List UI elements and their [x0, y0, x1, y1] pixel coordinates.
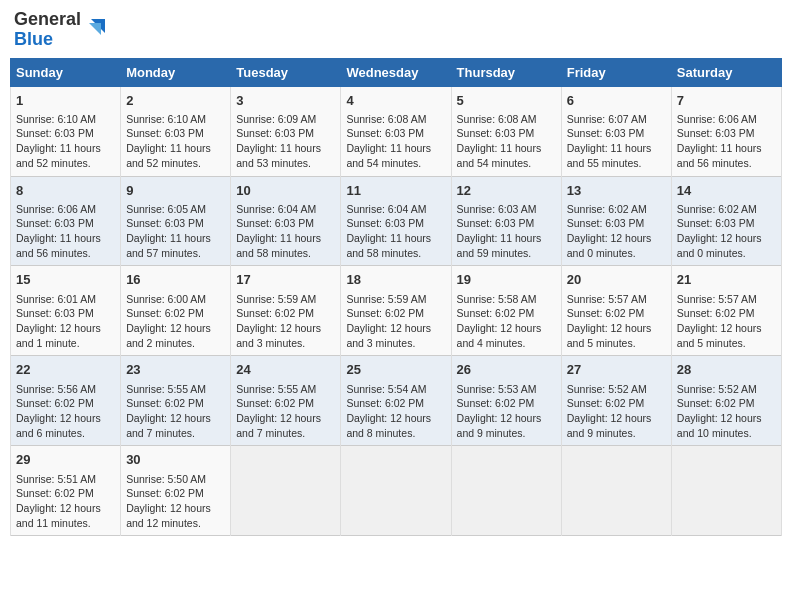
day-number: 8 [16, 182, 115, 200]
day-number: 4 [346, 92, 445, 110]
day-info: Sunrise: 6:02 AM Sunset: 6:03 PM Dayligh… [567, 202, 666, 261]
calendar-cell: 15Sunrise: 6:01 AM Sunset: 6:03 PM Dayli… [11, 266, 121, 356]
calendar-cell: 14Sunrise: 6:02 AM Sunset: 6:03 PM Dayli… [671, 176, 781, 266]
day-number: 28 [677, 361, 776, 379]
logo-general: General [14, 9, 81, 29]
day-info: Sunrise: 5:58 AM Sunset: 6:02 PM Dayligh… [457, 292, 556, 351]
day-number: 2 [126, 92, 225, 110]
calendar-cell: 27Sunrise: 5:52 AM Sunset: 6:02 PM Dayli… [561, 356, 671, 446]
calendar-cell: 16Sunrise: 6:00 AM Sunset: 6:02 PM Dayli… [121, 266, 231, 356]
calendar-cell: 21Sunrise: 5:57 AM Sunset: 6:02 PM Dayli… [671, 266, 781, 356]
calendar-cell: 10Sunrise: 6:04 AM Sunset: 6:03 PM Dayli… [231, 176, 341, 266]
day-number: 11 [346, 182, 445, 200]
day-info: Sunrise: 5:52 AM Sunset: 6:02 PM Dayligh… [567, 382, 666, 441]
day-number: 6 [567, 92, 666, 110]
calendar-cell: 8Sunrise: 6:06 AM Sunset: 6:03 PM Daylig… [11, 176, 121, 266]
calendar-cell [231, 446, 341, 536]
calendar-cell: 22Sunrise: 5:56 AM Sunset: 6:02 PM Dayli… [11, 356, 121, 446]
day-number: 23 [126, 361, 225, 379]
day-info: Sunrise: 6:07 AM Sunset: 6:03 PM Dayligh… [567, 112, 666, 171]
calendar-cell [671, 446, 781, 536]
calendar-cell [341, 446, 451, 536]
week-row-5: 29Sunrise: 5:51 AM Sunset: 6:02 PM Dayli… [11, 446, 782, 536]
calendar-cell: 23Sunrise: 5:55 AM Sunset: 6:02 PM Dayli… [121, 356, 231, 446]
day-number: 25 [346, 361, 445, 379]
day-number: 16 [126, 271, 225, 289]
svg-marker-1 [89, 23, 101, 35]
calendar-cell: 18Sunrise: 5:59 AM Sunset: 6:02 PM Dayli… [341, 266, 451, 356]
calendar-cell: 1Sunrise: 6:10 AM Sunset: 6:03 PM Daylig… [11, 86, 121, 176]
day-info: Sunrise: 5:59 AM Sunset: 6:02 PM Dayligh… [346, 292, 445, 351]
day-number: 7 [677, 92, 776, 110]
logo-blue: Blue [14, 29, 53, 49]
logo-text: General Blue [14, 10, 81, 50]
day-number: 22 [16, 361, 115, 379]
calendar-cell [561, 446, 671, 536]
column-headers: SundayMondayTuesdayWednesdayThursdayFrid… [11, 58, 782, 86]
day-number: 24 [236, 361, 335, 379]
calendar-cell: 17Sunrise: 5:59 AM Sunset: 6:02 PM Dayli… [231, 266, 341, 356]
day-info: Sunrise: 6:00 AM Sunset: 6:02 PM Dayligh… [126, 292, 225, 351]
day-info: Sunrise: 6:08 AM Sunset: 6:03 PM Dayligh… [457, 112, 556, 171]
day-info: Sunrise: 5:56 AM Sunset: 6:02 PM Dayligh… [16, 382, 115, 441]
day-info: Sunrise: 6:09 AM Sunset: 6:03 PM Dayligh… [236, 112, 335, 171]
day-number: 5 [457, 92, 556, 110]
day-info: Sunrise: 6:05 AM Sunset: 6:03 PM Dayligh… [126, 202, 225, 261]
col-header-wednesday: Wednesday [341, 58, 451, 86]
week-row-2: 8Sunrise: 6:06 AM Sunset: 6:03 PM Daylig… [11, 176, 782, 266]
day-number: 12 [457, 182, 556, 200]
day-number: 1 [16, 92, 115, 110]
col-header-friday: Friday [561, 58, 671, 86]
page-header: General Blue [10, 10, 782, 50]
calendar-cell: 7Sunrise: 6:06 AM Sunset: 6:03 PM Daylig… [671, 86, 781, 176]
col-header-saturday: Saturday [671, 58, 781, 86]
day-number: 18 [346, 271, 445, 289]
day-info: Sunrise: 5:57 AM Sunset: 6:02 PM Dayligh… [677, 292, 776, 351]
col-header-monday: Monday [121, 58, 231, 86]
day-number: 10 [236, 182, 335, 200]
col-header-tuesday: Tuesday [231, 58, 341, 86]
day-number: 30 [126, 451, 225, 469]
calendar-cell: 19Sunrise: 5:58 AM Sunset: 6:02 PM Dayli… [451, 266, 561, 356]
day-info: Sunrise: 5:50 AM Sunset: 6:02 PM Dayligh… [126, 472, 225, 531]
calendar-cell: 28Sunrise: 5:52 AM Sunset: 6:02 PM Dayli… [671, 356, 781, 446]
logo-arrow-icon [83, 19, 105, 41]
day-info: Sunrise: 5:59 AM Sunset: 6:02 PM Dayligh… [236, 292, 335, 351]
calendar-cell: 9Sunrise: 6:05 AM Sunset: 6:03 PM Daylig… [121, 176, 231, 266]
day-number: 19 [457, 271, 556, 289]
day-info: Sunrise: 6:08 AM Sunset: 6:03 PM Dayligh… [346, 112, 445, 171]
calendar-cell: 12Sunrise: 6:03 AM Sunset: 6:03 PM Dayli… [451, 176, 561, 266]
day-number: 20 [567, 271, 666, 289]
day-info: Sunrise: 5:55 AM Sunset: 6:02 PM Dayligh… [236, 382, 335, 441]
calendar-cell: 5Sunrise: 6:08 AM Sunset: 6:03 PM Daylig… [451, 86, 561, 176]
calendar-cell: 29Sunrise: 5:51 AM Sunset: 6:02 PM Dayli… [11, 446, 121, 536]
day-number: 15 [16, 271, 115, 289]
day-info: Sunrise: 6:06 AM Sunset: 6:03 PM Dayligh… [677, 112, 776, 171]
calendar-cell: 2Sunrise: 6:10 AM Sunset: 6:03 PM Daylig… [121, 86, 231, 176]
calendar-cell [451, 446, 561, 536]
day-number: 14 [677, 182, 776, 200]
day-info: Sunrise: 5:53 AM Sunset: 6:02 PM Dayligh… [457, 382, 556, 441]
week-row-4: 22Sunrise: 5:56 AM Sunset: 6:02 PM Dayli… [11, 356, 782, 446]
day-number: 9 [126, 182, 225, 200]
day-info: Sunrise: 6:04 AM Sunset: 6:03 PM Dayligh… [236, 202, 335, 261]
day-info: Sunrise: 5:57 AM Sunset: 6:02 PM Dayligh… [567, 292, 666, 351]
calendar-cell: 25Sunrise: 5:54 AM Sunset: 6:02 PM Dayli… [341, 356, 451, 446]
week-row-1: 1Sunrise: 6:10 AM Sunset: 6:03 PM Daylig… [11, 86, 782, 176]
calendar-cell: 11Sunrise: 6:04 AM Sunset: 6:03 PM Dayli… [341, 176, 451, 266]
calendar-cell: 30Sunrise: 5:50 AM Sunset: 6:02 PM Dayli… [121, 446, 231, 536]
day-info: Sunrise: 5:52 AM Sunset: 6:02 PM Dayligh… [677, 382, 776, 441]
day-info: Sunrise: 6:06 AM Sunset: 6:03 PM Dayligh… [16, 202, 115, 261]
day-number: 29 [16, 451, 115, 469]
calendar-cell: 6Sunrise: 6:07 AM Sunset: 6:03 PM Daylig… [561, 86, 671, 176]
day-info: Sunrise: 5:51 AM Sunset: 6:02 PM Dayligh… [16, 472, 115, 531]
calendar-cell: 26Sunrise: 5:53 AM Sunset: 6:02 PM Dayli… [451, 356, 561, 446]
col-header-thursday: Thursday [451, 58, 561, 86]
day-number: 3 [236, 92, 335, 110]
week-row-3: 15Sunrise: 6:01 AM Sunset: 6:03 PM Dayli… [11, 266, 782, 356]
day-number: 27 [567, 361, 666, 379]
day-number: 17 [236, 271, 335, 289]
day-info: Sunrise: 6:01 AM Sunset: 6:03 PM Dayligh… [16, 292, 115, 351]
calendar-cell: 20Sunrise: 5:57 AM Sunset: 6:02 PM Dayli… [561, 266, 671, 356]
day-info: Sunrise: 6:04 AM Sunset: 6:03 PM Dayligh… [346, 202, 445, 261]
